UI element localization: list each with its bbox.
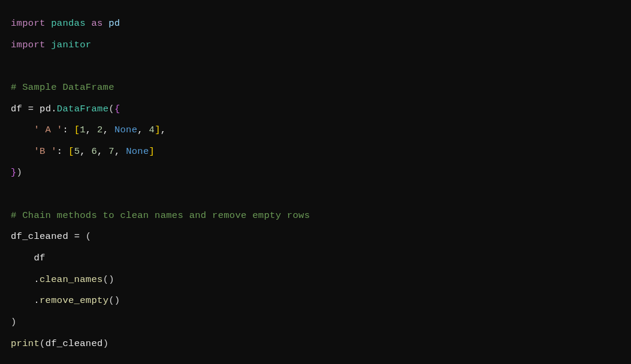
paren: (	[103, 274, 109, 285]
paren: (	[86, 231, 92, 242]
method-name: remove_empty	[40, 295, 108, 306]
paren: )	[11, 317, 17, 327]
module-name: janitor	[51, 40, 91, 50]
comma: ,	[114, 146, 120, 157]
indent	[11, 125, 34, 135]
comma: ,	[161, 125, 167, 135]
comment: # Chain methods to clean names and remov…	[11, 210, 310, 221]
code-line: )	[11, 317, 17, 327]
paren: )	[17, 167, 23, 178]
dot: .	[34, 295, 40, 306]
dot: .	[51, 104, 57, 114]
paren: )	[108, 274, 114, 285]
operator: =	[28, 104, 34, 114]
comma: ,	[97, 146, 103, 157]
comma: ,	[86, 125, 92, 135]
code-line: 'B ': [5, 6, 7, None]	[11, 146, 155, 157]
indent	[11, 295, 34, 306]
none-literal: None	[114, 125, 137, 135]
paren: )	[103, 338, 109, 349]
code-line: import janitor	[11, 40, 91, 50]
argument: df_cleaned	[46, 338, 103, 349]
code-line: })	[11, 167, 22, 178]
method-name: clean_names	[40, 274, 103, 285]
variable: df_cleaned	[11, 231, 68, 242]
comma: ,	[103, 125, 109, 135]
bracket: ]	[149, 146, 155, 157]
number-literal: 5	[74, 146, 80, 157]
paren: )	[114, 295, 120, 306]
class-name: DataFrame	[57, 104, 108, 114]
module-alias: pd	[108, 18, 120, 29]
number-literal: 4	[149, 125, 155, 135]
code-line: # Chain methods to clean names and remov…	[11, 210, 310, 221]
paren: (	[40, 338, 46, 349]
keyword-import: import	[11, 40, 46, 50]
brace: {	[114, 104, 120, 114]
variable: df	[11, 104, 22, 114]
comma: ,	[80, 146, 86, 157]
colon: :	[62, 125, 68, 135]
indent	[11, 146, 34, 157]
bracket: [	[68, 146, 74, 157]
alias-ref: pd	[40, 104, 51, 114]
none-literal: None	[126, 146, 149, 157]
module-name: pandas	[51, 18, 86, 29]
code-line: print(df_cleaned)	[11, 338, 108, 349]
code-line: .remove_empty()	[11, 295, 120, 306]
comma: ,	[137, 125, 143, 135]
string-literal: ' A '	[34, 125, 62, 135]
code-line: ' A ': [1, 2, None, 4],	[11, 125, 166, 135]
code-line: df	[11, 253, 46, 263]
string-literal: 'B '	[34, 146, 56, 157]
comment: # Sample DataFrame	[11, 82, 114, 93]
number-literal: 2	[97, 125, 103, 135]
paren: (	[108, 104, 114, 114]
number-literal: 7	[108, 146, 114, 157]
keyword-import: import	[11, 18, 46, 29]
bracket: ]	[155, 125, 161, 135]
code-line: df_cleaned = (	[11, 231, 91, 242]
dot: .	[34, 274, 40, 285]
code-line: import pandas as pd	[11, 18, 120, 29]
number-literal: 1	[80, 125, 86, 135]
keyword-as: as	[91, 18, 102, 29]
variable: df	[34, 253, 45, 263]
indent	[11, 253, 34, 263]
indent	[11, 274, 34, 285]
number-literal: 6	[91, 146, 97, 157]
code-line: df = pd.DataFrame({	[11, 104, 120, 114]
paren: (	[108, 295, 114, 306]
brace: }	[11, 167, 17, 178]
code-line: .clean_names()	[11, 274, 114, 285]
code-line: # Sample DataFrame	[11, 82, 114, 93]
colon: :	[57, 146, 63, 157]
bracket: [	[74, 125, 80, 135]
function-name: print	[11, 338, 40, 349]
operator: =	[74, 231, 80, 242]
code-block: import pandas as pd import janitor # Sam…	[11, 13, 620, 354]
